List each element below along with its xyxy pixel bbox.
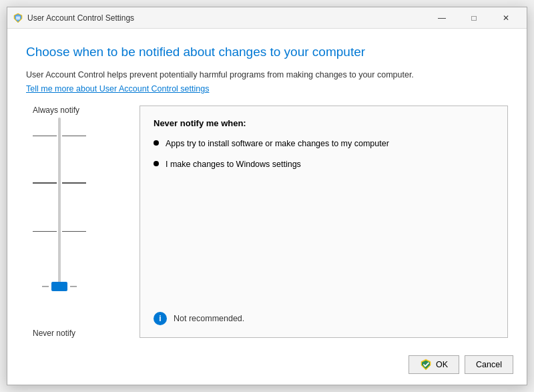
ok-label: OK <box>436 360 448 369</box>
slider-thumb[interactable] <box>51 282 67 291</box>
cancel-button[interactable]: Cancel <box>465 355 513 374</box>
title-bar: User Account Control Settings — □ ✕ <box>7 7 527 29</box>
close-button[interactable]: ✕ <box>491 8 521 28</box>
info-heading: Never notify me when: <box>154 118 494 128</box>
content-area: Choose when to be notified about changes… <box>7 29 527 349</box>
bottom-bar: OK Cancel <box>7 349 527 385</box>
minimize-button[interactable]: — <box>427 8 457 28</box>
info-list: Apps try to install software or make cha… <box>154 138 494 179</box>
info-panel: Never notify me when: Apps try to instal… <box>140 106 508 338</box>
list-item: Apps try to install software or make cha… <box>154 138 494 150</box>
slider-section: Always notify <box>26 106 133 338</box>
list-item-text-2: I make changes to Windows settings <box>166 158 301 171</box>
info-warning: i Not recommended. <box>154 312 494 325</box>
slider-track <box>58 118 61 291</box>
learn-more-link[interactable]: Tell me more about User Account Control … <box>26 84 508 93</box>
bullet-icon <box>154 140 159 146</box>
title-bar-controls: — □ ✕ <box>427 8 521 28</box>
title-bar-title: User Account Control Settings <box>27 13 427 23</box>
cancel-label: Cancel <box>476 360 502 369</box>
svg-rect-4 <box>16 18 20 19</box>
window: User Account Control Settings — □ ✕ Choo… <box>7 7 527 385</box>
uac-icon <box>13 13 23 23</box>
list-item: I make changes to Windows settings <box>154 158 494 171</box>
list-item-text-1: Apps try to install software or make cha… <box>166 138 389 150</box>
ok-button[interactable]: OK <box>409 355 459 374</box>
slider-label-bottom: Never notify <box>26 329 133 338</box>
info-icon: i <box>154 312 167 325</box>
svg-rect-3 <box>16 17 20 18</box>
page-title: Choose when to be notified about changes… <box>26 45 508 59</box>
slider-track-wrapper[interactable] <box>33 118 86 291</box>
description-text: User Account Control helps prevent poten… <box>26 69 508 81</box>
main-area: Always notify <box>26 106 508 338</box>
shield-ok-icon <box>420 359 432 371</box>
bullet-icon <box>154 161 159 166</box>
slider-label-top: Always notify <box>26 106 133 115</box>
warning-text: Not recommended. <box>174 314 244 323</box>
thumb-line-left <box>42 286 49 286</box>
slider-container <box>26 118 133 326</box>
maximize-button[interactable]: □ <box>459 8 489 28</box>
thumb-line-right <box>70 286 77 286</box>
